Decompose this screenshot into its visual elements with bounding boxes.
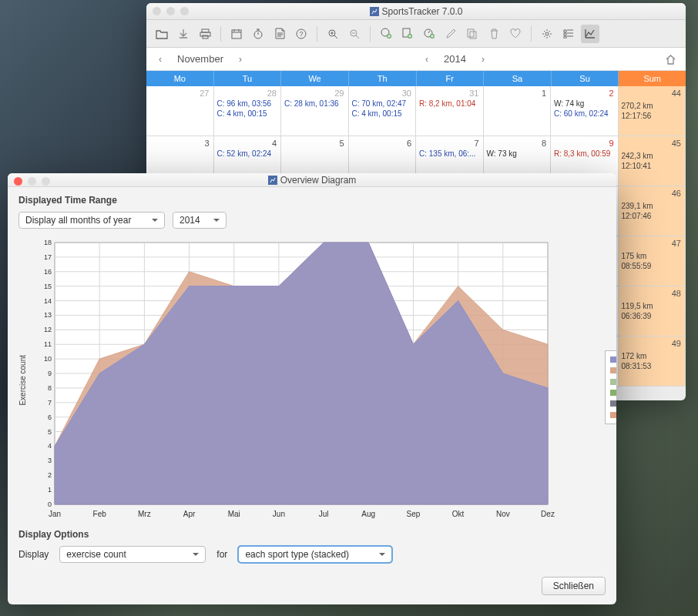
year-select[interactable]: 2014 [173,212,227,229]
dialog-min-icon[interactable] [28,177,36,186]
svg-text:Feb: Feb [93,510,107,518]
close-button[interactable]: Schließen [542,577,606,595]
stopwatch-icon[interactable] [249,25,267,43]
week-sum-cell: 45242,3 km12:10:41 [619,136,686,186]
toolbar: ? [146,20,686,48]
list-view-icon[interactable] [559,25,578,43]
traffic-close[interactable] [153,7,161,15]
overview-dialog: Overview Diagram Displayed Time Range Di… [8,173,616,604]
svg-text:2: 2 [48,471,52,479]
svg-text:Jul: Jul [319,510,329,518]
svg-text:3: 3 [48,457,52,464]
svg-text:0: 0 [48,500,52,508]
note-icon[interactable] [270,25,289,43]
col-sa: Sa [484,71,552,86]
delete-icon[interactable] [485,25,503,43]
home-icon[interactable] [665,54,676,65]
metric-select[interactable]: exercise count [59,546,206,563]
svg-text:15: 15 [44,283,52,290]
main-titlebar: SportsTracker 7.0.0 [146,3,686,20]
overview-chart: 0123456789101112131415161718JanFebMrzApr… [32,238,555,523]
chart-view-icon[interactable] [581,25,599,43]
svg-text:1: 1 [48,486,52,494]
for-label: for [216,549,227,560]
main-window-title: SportsTracker 7.0.0 [370,6,463,17]
save-icon[interactable] [174,25,193,43]
add-weight-icon[interactable] [420,25,438,43]
calendar-cell[interactable]: 29C: 28 km, 01:36 [281,86,349,136]
col-su: Su [552,71,619,86]
col-th: Th [349,71,417,86]
dialog-titlebar: Overview Diagram [8,173,616,187]
app-icon [370,7,379,16]
next-month-icon[interactable]: › [236,52,245,66]
grouping-select[interactable]: each sport type (stacked) [238,546,392,563]
svg-text:6: 6 [48,413,52,421]
svg-text:5: 5 [48,428,52,436]
month-label: November [177,53,223,65]
svg-text:Okt: Okt [452,510,465,518]
svg-text:Mai: Mai [228,510,240,518]
svg-text:17: 17 [44,253,52,261]
window-controls[interactable] [153,7,189,15]
calendar-cell[interactable]: 2W: 74 kgC: 60 km, 02:24 [551,86,619,136]
print-icon[interactable] [196,25,214,43]
svg-text:Nov: Nov [496,510,510,518]
app-icon [268,176,277,185]
svg-text:11: 11 [44,340,52,348]
svg-rect-17 [470,32,476,38]
calendar-icon[interactable] [227,25,246,43]
col-tu: Tu [214,71,282,86]
calendar-cell[interactable]: 1 [484,86,552,136]
dialog-window-controls[interactable] [14,177,50,186]
week-sum-cell: 46239,1 km12:07:46 [619,186,686,236]
week-sum-cell: 49172 km08:31:53 [619,336,686,387]
svg-text:Dez: Dez [541,510,555,518]
col-we: We [281,71,349,86]
copy-icon[interactable] [463,25,482,43]
svg-rect-1 [202,29,209,32]
zoom-in-icon[interactable] [324,25,342,43]
calendar-cell[interactable]: 27 [146,86,214,136]
zoom-out-icon[interactable] [345,25,364,43]
add-note-icon[interactable] [398,25,417,43]
week-sum-cell: 48119,5 km06:36:39 [619,286,686,336]
calendar-nav: ‹ November › ‹ 2014 › [146,48,686,71]
dialog-max-icon[interactable] [42,177,50,186]
heart-icon[interactable] [506,25,525,43]
legend-item: Hiking [610,387,616,398]
gear-icon[interactable] [538,25,556,43]
week-sum-cell: 44270,2 km12:17:56 [619,86,686,136]
svg-text:8: 8 [48,384,52,392]
svg-text:Jan: Jan [49,510,61,518]
edit-icon[interactable] [441,25,460,43]
svg-text:9: 9 [48,370,52,377]
legend-item: Skating [610,409,616,420]
svg-text:14: 14 [44,297,52,305]
svg-rect-16 [468,29,474,37]
prev-year-icon[interactable]: ‹ [422,52,431,66]
next-year-icon[interactable]: › [478,52,488,66]
open-icon[interactable] [153,25,171,43]
svg-text:Jun: Jun [273,510,285,518]
col-mo: Mo [146,71,214,86]
svg-text:7: 7 [48,399,52,407]
range-mode-select[interactable]: Display all months of year [18,212,165,229]
year-label: 2014 [444,53,466,65]
legend-item: Skiing [610,377,616,387]
calendar-cell[interactable]: 28C: 96 km, 03:56C: 4 km, 00:15 [214,86,282,136]
col-fr: Fr [417,71,485,86]
traffic-min[interactable] [166,7,175,15]
traffic-max[interactable] [180,7,189,15]
help-icon[interactable]: ? [292,25,310,43]
svg-text:Aug: Aug [361,510,375,518]
y-axis-label: Exercise count [18,355,27,406]
week-sum-cell: 47175 km08:55:59 [619,236,686,286]
prev-month-icon[interactable]: ‹ [156,52,165,66]
calendar-cell[interactable]: 30C: 70 km, 02:47C: 4 km, 00:15 [349,86,417,136]
add-exercise-icon[interactable] [377,25,395,43]
dialog-close-icon[interactable] [14,177,22,186]
svg-text:?: ? [299,30,303,38]
legend-item: Running [610,365,616,376]
calendar-cell[interactable]: 31R: 8,2 km, 01:04 [416,86,484,136]
